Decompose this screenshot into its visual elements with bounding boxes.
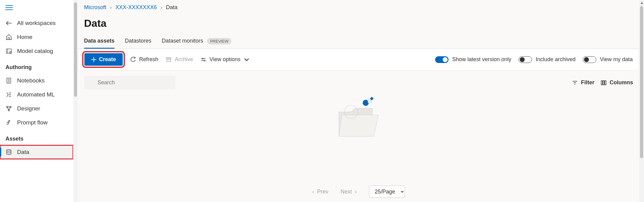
- svg-rect-35: [605, 81, 606, 85]
- svg-line-14: [7, 108, 9, 110]
- sidebar-item-label: Designer: [17, 105, 40, 112]
- toolbar: Create Refresh Archive View options Show…: [78, 49, 639, 70]
- breadcrumb: Microsoft › XXX-XXXXXXX6 › Data: [78, 0, 639, 12]
- pagination: ‹ Prev Next › 25/Page: [78, 181, 639, 202]
- filter-button[interactable]: Filter: [572, 79, 594, 86]
- svg-rect-33: [601, 81, 602, 85]
- sidebar-section-assets: Assets: [0, 130, 73, 145]
- breadcrumb-workspace[interactable]: XXX-XXXXXXX6: [115, 4, 157, 11]
- automl-icon: [5, 91, 12, 98]
- svg-rect-4: [6, 49, 12, 54]
- pager-next[interactable]: Next ›: [341, 189, 357, 195]
- preview-badge: PREVIEW: [207, 38, 231, 44]
- refresh-icon: [130, 57, 136, 63]
- refresh-button[interactable]: Refresh: [130, 56, 158, 63]
- show-latest-toggle[interactable]: [435, 56, 449, 63]
- chevron-left-icon: ‹: [312, 189, 314, 195]
- main-content: Microsoft › XXX-XXXXXXX6 › Data Data Dat…: [78, 0, 639, 202]
- svg-rect-34: [603, 81, 604, 85]
- catalog-icon: [5, 48, 12, 54]
- include-archived-label: Include archived: [536, 56, 575, 63]
- tab-bar: Data assets Datastores Dataset monitors …: [78, 38, 639, 49]
- create-button[interactable]: Create: [84, 53, 123, 66]
- all-workspaces-label: All workspaces: [17, 20, 56, 26]
- view-options-button[interactable]: View options: [200, 56, 250, 63]
- main-scrollbar[interactable]: ▲: [639, 0, 644, 202]
- svg-point-18: [7, 150, 11, 152]
- svg-point-27: [204, 60, 205, 61]
- columns-icon: [600, 80, 607, 86]
- sidebar-item-label: Model catalog: [17, 48, 53, 54]
- sidebar-item-label: Home: [17, 34, 33, 40]
- search-input[interactable]: [84, 76, 175, 89]
- svg-rect-22: [167, 59, 171, 61]
- pager-prev-label: Prev: [317, 189, 328, 195]
- promptflow-icon: [5, 119, 12, 126]
- svg-point-12: [10, 106, 11, 108]
- data-icon: [5, 149, 12, 155]
- breadcrumb-current: Data: [166, 4, 178, 11]
- sidebar: All workspaces Home Model catalog Author…: [0, 0, 73, 202]
- archive-icon: [166, 57, 172, 63]
- tab-data-assets[interactable]: Data assets: [84, 38, 114, 48]
- chevron-down-icon: [244, 57, 250, 63]
- sidebar-item-automl[interactable]: Automated ML: [0, 88, 73, 102]
- chevron-right-icon: ›: [110, 4, 112, 11]
- designer-icon: [5, 105, 12, 112]
- svg-point-13: [8, 110, 10, 111]
- view-options-label: View options: [209, 56, 241, 63]
- sidebar-item-data[interactable]: Data: [0, 145, 73, 159]
- empty-folder-icon: [333, 94, 385, 145]
- svg-point-25: [202, 58, 203, 59]
- pager-prev[interactable]: ‹ Prev: [312, 189, 328, 195]
- page-size-select[interactable]: 25/Page: [369, 186, 405, 198]
- svg-point-11: [6, 106, 8, 108]
- archive-button: Archive: [166, 56, 193, 63]
- sidebar-item-label: Automated ML: [17, 91, 55, 98]
- show-latest-label: Show latest version only: [452, 56, 511, 63]
- sidebar-item-home[interactable]: Home: [0, 30, 73, 44]
- view-my-data-label: View my data: [600, 56, 633, 63]
- filter-icon: [572, 80, 578, 86]
- sidebar-item-label: Prompt flow: [17, 119, 48, 126]
- sidebar-section-authoring: Authoring: [0, 58, 73, 74]
- svg-point-6: [10, 51, 12, 53]
- chevron-right-icon: ›: [160, 4, 162, 11]
- empty-state: [78, 92, 639, 181]
- sidebar-item-label: Data: [17, 149, 29, 155]
- sidebar-item-label: Notebooks: [17, 77, 45, 84]
- sidebar-scrollbar[interactable]: ▲: [73, 0, 78, 202]
- view-my-data-toggle[interactable]: [583, 56, 596, 63]
- sidebar-item-notebooks[interactable]: Notebooks: [0, 74, 73, 88]
- svg-line-15: [9, 108, 11, 110]
- filter-row: Filter Columns: [78, 70, 639, 92]
- plus-icon: [91, 57, 97, 62]
- tab-datastores[interactable]: Datastores: [125, 38, 151, 48]
- home-icon: [5, 34, 12, 40]
- sliders-icon: [200, 57, 206, 63]
- tab-dataset-monitors[interactable]: Dataset monitors PREVIEW: [162, 38, 231, 48]
- filter-label: Filter: [581, 79, 594, 86]
- breadcrumb-root[interactable]: Microsoft: [84, 4, 106, 11]
- sidebar-item-promptflow[interactable]: Prompt flow: [0, 116, 73, 130]
- page-title: Data: [78, 12, 639, 38]
- sidebar-item-model-catalog[interactable]: Model catalog: [0, 44, 73, 58]
- show-latest-toggle-row: Show latest version only: [435, 56, 511, 63]
- hamburger-menu[interactable]: [0, 0, 73, 16]
- chevron-right-icon: ›: [355, 189, 357, 195]
- hamburger-icon: [5, 5, 13, 10]
- pager-next-label: Next: [341, 189, 352, 195]
- sidebar-item-designer[interactable]: Designer: [0, 102, 73, 116]
- create-button-label: Create: [99, 56, 116, 63]
- include-archived-toggle-row: Include archived: [519, 56, 575, 63]
- columns-label: Columns: [610, 79, 633, 86]
- arrow-left-icon: [5, 20, 12, 26]
- view-my-data-toggle-row: View my data: [583, 56, 633, 63]
- all-workspaces-link[interactable]: All workspaces: [0, 16, 73, 30]
- refresh-button-label: Refresh: [139, 56, 158, 63]
- columns-button[interactable]: Columns: [600, 79, 633, 86]
- archive-button-label: Archive: [175, 56, 193, 63]
- notebook-icon: [5, 77, 12, 84]
- include-archived-toggle[interactable]: [519, 56, 532, 63]
- tab-dataset-monitors-label: Dataset monitors: [162, 38, 203, 44]
